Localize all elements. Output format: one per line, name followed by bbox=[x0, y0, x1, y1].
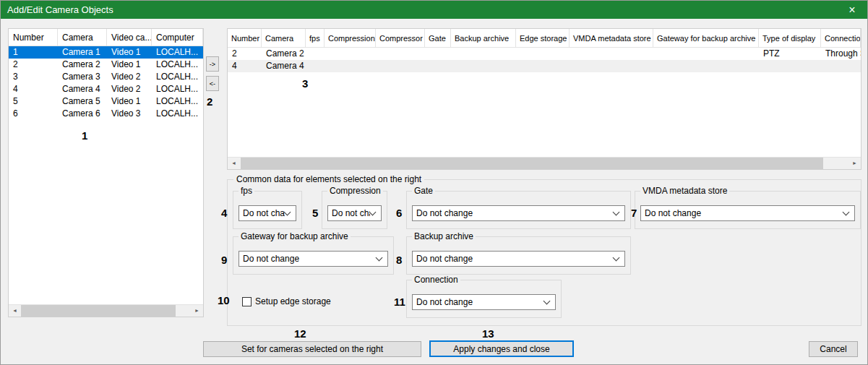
gateway-for-backup-archive-value: Do not change bbox=[239, 254, 377, 264]
cell-type-of-display: PTZ bbox=[759, 48, 821, 60]
scrollbar-thumb[interactable] bbox=[241, 158, 823, 169]
move-to-left-button[interactable]: <- bbox=[206, 76, 219, 91]
connection-value: Do not change bbox=[413, 297, 544, 307]
column-header-number[interactable]: Number bbox=[9, 29, 58, 46]
table-row[interactable]: 4 Camera 4 Video 2 LOCALH... bbox=[9, 83, 203, 95]
gateway-for-backup-archive-label: Gateway for backup archive bbox=[239, 231, 351, 241]
cell-backup-archive bbox=[451, 48, 516, 60]
cell-computer: LOCALH... bbox=[152, 108, 203, 120]
left-camera-table: Number Camera Video ca... Computer 1 Cam… bbox=[8, 28, 204, 317]
chevron-down-icon bbox=[376, 254, 383, 261]
table-row[interactable]: 3 Camera 3 Video 2 LOCALH... bbox=[9, 71, 203, 83]
gate-value: Do not change bbox=[413, 208, 614, 218]
cell-computer: LOCALH... bbox=[152, 46, 203, 59]
cell-video: Video 3 bbox=[107, 108, 152, 120]
annotation-2: 2 bbox=[207, 95, 212, 108]
set-for-cameras-button[interactable]: Set for cameras selected on the right bbox=[203, 341, 421, 357]
fps-select[interactable]: Do not cha bbox=[239, 205, 296, 221]
annotation-1: 1 bbox=[82, 129, 87, 142]
cell-camera: Camera 1 bbox=[58, 46, 107, 59]
column-header-connection[interactable]: Connection bbox=[821, 29, 861, 47]
cell-vmda bbox=[570, 48, 653, 60]
compression-select[interactable]: Do not cha bbox=[327, 205, 382, 221]
column-header-computer[interactable]: Computer bbox=[152, 29, 203, 46]
gate-group: Gate Do not change bbox=[406, 191, 631, 229]
fps-group: fps Do not cha bbox=[233, 191, 302, 229]
table-row[interactable]: 6 Camera 6 Video 3 LOCALH... bbox=[9, 108, 203, 120]
column-header-vmda[interactable]: VMDA metadata store bbox=[570, 29, 653, 47]
cell-camera: Camera 4 bbox=[58, 83, 107, 95]
column-header-compression[interactable]: Compression bbox=[325, 29, 376, 47]
cell-camera: Camera 2 bbox=[262, 48, 306, 60]
connection-select[interactable]: Do not change bbox=[412, 294, 556, 310]
move-to-right-button[interactable]: -> bbox=[206, 56, 219, 72]
right-table-horizontal-scrollbar[interactable]: ◄ ► bbox=[228, 157, 861, 169]
close-icon[interactable]: × bbox=[837, 1, 867, 19]
connection-label: Connection bbox=[412, 275, 460, 285]
vmda-metadata-store-select[interactable]: Do not change bbox=[640, 205, 855, 221]
gateway-for-backup-archive-group: Gateway for backup archive Do not change bbox=[233, 236, 394, 275]
backup-archive-value: Do not change bbox=[413, 254, 614, 264]
chevron-down-icon bbox=[543, 297, 551, 304]
cell-number: 4 bbox=[228, 60, 262, 72]
annotation-13: 13 bbox=[482, 327, 494, 340]
cell-gate bbox=[425, 60, 451, 72]
column-header-gate[interactable]: Gate bbox=[425, 29, 451, 47]
column-header-camera[interactable]: Camera bbox=[262, 29, 306, 47]
cell-computer: LOCALH... bbox=[152, 71, 203, 83]
cell-number: 4 bbox=[9, 83, 58, 95]
column-header-edge-storage[interactable]: Edge storage bbox=[516, 29, 570, 47]
table-row[interactable]: 5 Camera 5 Video 1 LOCALH... bbox=[9, 95, 203, 108]
left-table-header: Number Camera Video ca... Computer bbox=[9, 29, 203, 46]
gate-select[interactable]: Do not change bbox=[412, 205, 625, 221]
scroll-right-icon[interactable]: ► bbox=[848, 158, 861, 170]
annotation-5: 5 bbox=[312, 207, 318, 219]
cell-video: Video 1 bbox=[107, 59, 152, 71]
annotation-10: 10 bbox=[218, 294, 230, 306]
setup-edge-storage-checkbox[interactable]: Setup edge storage bbox=[242, 296, 331, 306]
table-row[interactable]: 2 Camera 2 PTZ Through Se bbox=[228, 48, 861, 60]
cell-fps bbox=[306, 48, 325, 60]
vmda-metadata-store-value: Do not change bbox=[641, 208, 843, 218]
cell-number: 2 bbox=[9, 59, 58, 71]
cell-vmda bbox=[570, 60, 653, 72]
scroll-right-icon[interactable]: ► bbox=[191, 305, 203, 317]
cell-edge-storage bbox=[516, 60, 570, 72]
compression-group: Compression Do not cha bbox=[322, 191, 387, 229]
chevron-down-icon bbox=[284, 208, 291, 215]
chevron-down-icon bbox=[613, 254, 620, 261]
scroll-left-icon[interactable]: ◄ bbox=[228, 158, 240, 170]
cancel-button[interactable]: Cancel bbox=[809, 341, 858, 357]
backup-archive-select[interactable]: Do not change bbox=[412, 251, 625, 267]
column-header-compressor[interactable]: Compressor bbox=[376, 29, 425, 47]
titlebar[interactable]: Add/Edit Camera Objects × bbox=[1, 1, 867, 19]
add-edit-camera-objects-dialog: Add/Edit Camera Objects × Number Camera … bbox=[0, 0, 868, 365]
left-table-horizontal-scrollbar[interactable]: ◄ ► bbox=[9, 304, 203, 317]
cell-type-of-display bbox=[759, 60, 821, 72]
column-header-number[interactable]: Number bbox=[228, 29, 262, 47]
table-row[interactable]: 4 Camera 4 bbox=[228, 60, 861, 72]
column-header-camera[interactable]: Camera bbox=[58, 29, 107, 46]
annotation-7: 7 bbox=[631, 207, 637, 219]
cell-gateway bbox=[653, 48, 759, 60]
table-row[interactable]: 1 Camera 1 Video 1 LOCALH... bbox=[9, 46, 203, 59]
column-header-type-of-display[interactable]: Type of display bbox=[759, 29, 821, 47]
cell-camera: Camera 2 bbox=[58, 59, 107, 71]
column-header-fps[interactable]: fps bbox=[306, 29, 325, 47]
table-row[interactable]: 2 Camera 2 Video 1 LOCALH... bbox=[9, 59, 203, 71]
scrollbar-thumb[interactable] bbox=[21, 305, 176, 317]
column-header-gateway[interactable]: Gateway for backup archive bbox=[653, 29, 759, 47]
gateway-for-backup-archive-select[interactable]: Do not change bbox=[239, 251, 388, 267]
compression-label: Compression bbox=[327, 186, 383, 196]
scroll-left-icon[interactable]: ◄ bbox=[9, 305, 21, 317]
connection-group: Connection Do not change bbox=[406, 280, 562, 318]
chevron-down-icon bbox=[613, 208, 620, 215]
column-header-video[interactable]: Video ca... bbox=[107, 29, 152, 46]
annotation-11: 11 bbox=[394, 296, 405, 308]
column-header-backup-archive[interactable]: Backup archive bbox=[451, 29, 516, 47]
checkbox-box[interactable] bbox=[242, 297, 252, 306]
apply-changes-button[interactable]: Apply changes and close bbox=[429, 340, 574, 357]
cell-video: Video 1 bbox=[107, 46, 152, 59]
cell-edge-storage bbox=[516, 48, 570, 60]
cell-video: Video 2 bbox=[107, 71, 152, 83]
